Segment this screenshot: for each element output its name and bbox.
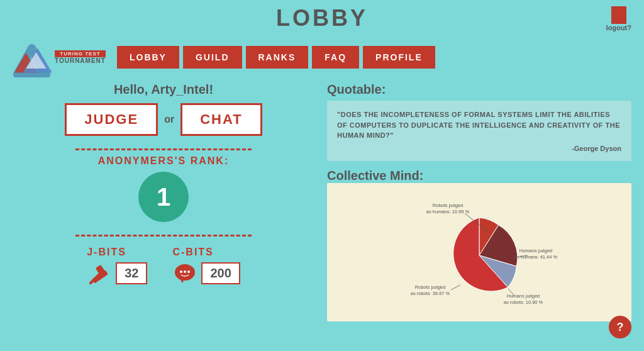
- pie-container: Robots judged as humans: 10.99 % Humans …: [333, 189, 625, 315]
- logout-icon: [611, 6, 626, 24]
- nav-guild[interactable]: GUILD: [183, 46, 242, 69]
- quotable-title: Quotable:: [327, 82, 631, 97]
- header: LOBBY logout?: [0, 0, 644, 34]
- jbits-value: 32: [116, 262, 147, 284]
- pie-label-3: Humans judged: [507, 293, 540, 299]
- divider-top: [75, 148, 252, 150]
- rank-label: ANONYMERS'S RANK:: [98, 155, 229, 167]
- nav-faq[interactable]: FAQ: [312, 46, 359, 69]
- jbits-label: J-BITS: [87, 247, 126, 258]
- collective-title: Collective Mind:: [327, 169, 423, 182]
- collective-box: Robots judged as humans: 10.99 % Humans …: [327, 183, 631, 321]
- jbits-value-row: 32: [87, 260, 147, 286]
- pie-label-2: Humans judged: [519, 248, 553, 254]
- pie-chart: Robots judged as humans: 10.99 % Humans …: [397, 196, 561, 309]
- divider-bottom: [75, 235, 252, 237]
- quote-box: "Does the incompleteness of formal syste…: [327, 101, 631, 161]
- cbits-section: C-BITS 200: [172, 247, 240, 286]
- pie-line-4: [451, 285, 460, 290]
- logo-tournament-text: TOURNAMENT: [55, 57, 106, 64]
- chat-button[interactable]: CHAT: [180, 103, 262, 136]
- chat-icon: [172, 260, 197, 286]
- quote-text: "Does the incompleteness of formal syste…: [337, 109, 621, 141]
- main-content: Hello, Arty_Intel! JUDGE or CHAT ANONYME…: [0, 82, 644, 321]
- page-title: LOBBY: [276, 5, 368, 31]
- cbits-value: 200: [201, 262, 240, 284]
- gavel-icon: [87, 260, 112, 286]
- bits-row: J-BITS 32 C-BITS: [87, 247, 240, 286]
- nav-ranks[interactable]: RANKS: [246, 46, 309, 69]
- collective-section: Collective Mind:: [327, 169, 631, 321]
- logout-text: logout?: [606, 24, 631, 31]
- svg-point-10: [180, 270, 182, 273]
- svg-point-12: [187, 270, 190, 273]
- pie-label-4b: as robots: 36.67 %: [411, 291, 450, 296]
- logo-turing-text: TURING TEST: [55, 50, 106, 57]
- pie-label-1b: as humans: 10.99 %: [426, 209, 470, 214]
- quote-author: -George Dyson: [337, 145, 621, 152]
- left-panel: Hello, Arty_Intel! JUDGE or CHAT ANONYME…: [13, 82, 314, 321]
- pie-label-3b: as robots: 10.90 %: [504, 299, 543, 305]
- logo-icon: [13, 36, 60, 77]
- rank-number: 1: [157, 183, 170, 211]
- judge-button[interactable]: JUDGE: [65, 103, 158, 136]
- logo-area: TURING TEST TOURNAMENT: [13, 36, 106, 77]
- svg-point-11: [184, 270, 186, 273]
- right-panel: Quotable: "Does the incompleteness of fo…: [327, 82, 631, 321]
- nav-lobby[interactable]: LOBBY: [117, 46, 179, 69]
- logout-button[interactable]: logout?: [606, 6, 631, 31]
- quotable-section: Quotable: "Does the incompleteness of fo…: [327, 82, 631, 161]
- hello-text: Hello, Arty_Intel!: [114, 82, 213, 97]
- or-text: or: [164, 114, 174, 125]
- cbits-value-row: 200: [172, 260, 240, 286]
- nav-profile[interactable]: PROFILE: [363, 46, 435, 69]
- pie-label-1: Robots judged: [433, 203, 463, 208]
- pie-label-4: Robots judged: [415, 284, 445, 290]
- rank-circle: 1: [138, 172, 189, 222]
- action-buttons: JUDGE or CHAT: [65, 103, 262, 136]
- nav-buttons: LOBBY GUILD RANKS FAQ PROFILE: [117, 46, 435, 69]
- pie-label-2b: as humans: 41.44 %: [514, 254, 558, 260]
- help-button[interactable]: ?: [609, 316, 631, 338]
- nav-bar: TURING TEST TOURNAMENT LOBBY GUILD RANKS…: [0, 34, 644, 82]
- jbits-section: J-BITS 32: [87, 247, 147, 286]
- cbits-label: C-BITS: [172, 247, 213, 258]
